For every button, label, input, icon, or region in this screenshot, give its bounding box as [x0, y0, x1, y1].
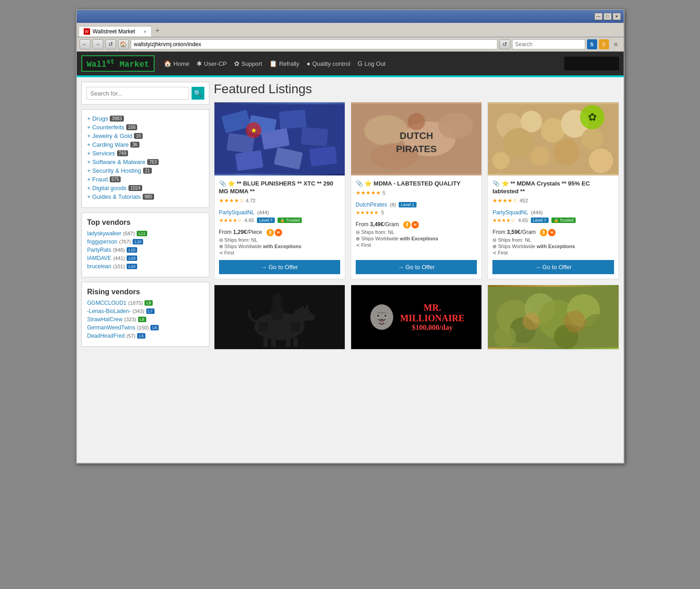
cat-drugs-badge: 3983: [110, 116, 123, 122]
level-badge-3: Level 7: [531, 218, 549, 223]
svg-text:PIRATES: PIRATES: [396, 143, 437, 154]
browser-search-input[interactable]: [512, 39, 585, 49]
svg-rect-39: [271, 339, 276, 347]
vendor-iamdave[interactable]: IAMDAVE (441) L10: [87, 255, 203, 261]
search-input[interactable]: [86, 87, 189, 100]
vendor-ladyskywalker[interactable]: ladyskywalker (587) L11: [87, 230, 203, 237]
go-to-offer-button-1[interactable]: → Go to Offer: [219, 260, 340, 274]
listing-rating-1: ★★★★☆ 4.72: [219, 197, 340, 204]
svg-point-52: [385, 315, 386, 317]
cat-jewelry-badge: 16: [134, 133, 143, 139]
listing-stars-3: ★★★★☆: [492, 197, 518, 204]
listing-title-3: 📎 ⭐ ** MDMA Crystals ** 95% EC labtested…: [492, 180, 614, 196]
refrally-icon: 📋: [269, 60, 277, 67]
svg-rect-45: [273, 294, 281, 299]
vendor-ggmc[interactable]: GGMCCLOUD1 (1875) L8: [87, 300, 203, 306]
stealth-3: ≺ First: [492, 250, 614, 256]
active-tab[interactable]: W Wallstreet Market ×: [79, 26, 152, 37]
window-controls: — □ ✕: [594, 13, 621, 20]
forward-button[interactable]: →: [92, 39, 103, 49]
vendor-reviews-1: (444): [257, 210, 269, 215]
price-2: 3,49€: [370, 221, 384, 228]
cat-security[interactable]: + Security & Hosting 21: [87, 167, 203, 174]
svg-rect-47: [291, 322, 300, 332]
svg-point-19: [407, 113, 425, 130]
svg-point-48: [370, 304, 393, 330]
browser-icon-1[interactable]: S: [587, 39, 597, 49]
star-icon-2: ⭐: [364, 180, 372, 187]
close-button[interactable]: ✕: [613, 13, 621, 20]
url-input[interactable]: [131, 39, 497, 49]
vendor-link-2[interactable]: DutchPirates: [356, 202, 387, 208]
minimize-button[interactable]: —: [594, 13, 603, 20]
vendor-foggyperson[interactable]: foggyperson (767) L10: [87, 239, 203, 245]
cat-software[interactable]: + Software & Malware 763: [87, 159, 203, 165]
go-to-offer-button-3[interactable]: → Go to Offer: [492, 260, 614, 274]
ships-from-2: ⊖ Ships from: NL: [356, 229, 477, 235]
vendor-link-3[interactable]: PartySquadNL: [492, 209, 528, 216]
top-vendors-title: Top vendors: [87, 218, 203, 227]
maximize-button[interactable]: □: [604, 13, 612, 20]
refresh-button[interactable]: ↺: [105, 39, 116, 49]
svg-rect-38: [263, 338, 268, 347]
title-bar: — □ ✕: [77, 10, 624, 23]
vendor-lenas[interactable]: -Lenas-BioLaden- (343) L7: [87, 308, 203, 314]
site-nav: Wallst Market 🏠Home ✱User-CP ✿Support 📋R…: [77, 52, 624, 75]
menu-icon[interactable]: ≡: [611, 39, 621, 49]
nav-home[interactable]: 🏠Home: [164, 60, 189, 67]
vendor-reviews-3: (444): [531, 210, 543, 215]
browser-icon-2[interactable]: S: [599, 39, 609, 49]
vendor-row-1: PartySquadNL (444): [219, 209, 340, 216]
svg-point-35: [306, 313, 315, 321]
new-tab-button[interactable]: +: [152, 25, 163, 37]
cat-carding[interactable]: + Carding Ware 36: [87, 141, 203, 148]
mr-mill-title: MR.: [400, 302, 465, 313]
listing-body-1: 📎 ⭐ ** BLUE PUNISHERS ** XTC ** 290 MG M…: [214, 175, 345, 279]
svg-rect-46: [259, 322, 268, 332]
vendor-brucelean[interactable]: brucelean (101) L10: [87, 263, 203, 270]
cat-counterfeits[interactable]: + Counterfeits 166: [87, 124, 203, 131]
btc-icon-2: ₿: [403, 221, 411, 228]
listing-body-2: 📎 ⭐ MDMA - LABTESTED QUALITY ★★★★★ 5 Dut…: [351, 175, 481, 279]
cat-jewelry[interactable]: + Jewelry & Gold 16: [87, 133, 203, 139]
vendor-strawhat[interactable]: StrawHatCrew (323) L8: [87, 316, 203, 323]
cat-fraud[interactable]: + Fraud 675: [87, 176, 203, 183]
listing-card-3: ✿ 📎 ⭐ ** MDMA Crystals ** 95% EC labtest…: [487, 102, 619, 279]
nav-logout[interactable]: GLog Out: [358, 60, 385, 67]
svg-text:✿: ✿: [588, 111, 597, 123]
listing-title-1: 📎 ⭐ ** BLUE PUNISHERS ** XTC ** 290 MG M…: [219, 180, 340, 196]
home-button[interactable]: 🏠: [118, 39, 129, 49]
nav-quality[interactable]: ●Quality control: [307, 60, 351, 67]
vendor-stars-1: ★★★★☆: [219, 218, 242, 223]
back-button[interactable]: ←: [80, 39, 91, 49]
svg-rect-40: [286, 339, 291, 347]
listing-body-3: 📎 ⭐ ** MDMA Crystals ** 95% EC labtested…: [488, 175, 618, 279]
categories-box: + Drugs 3983 + Counterfeits 166 + Jewelr…: [81, 109, 209, 208]
featured-title: Featured Listings: [214, 82, 619, 96]
nav-usercp[interactable]: ✱User-CP: [197, 60, 227, 67]
price-row-1: From 1,29€/Piece ₿ M: [219, 229, 340, 236]
reload-button[interactable]: ↺: [499, 39, 510, 49]
cat-drugs[interactable]: + Drugs 3983: [87, 115, 203, 122]
svg-text:★: ★: [251, 127, 256, 134]
cat-services[interactable]: + Services 749: [87, 150, 203, 157]
vendor-stars-3: ★★★★☆: [492, 218, 515, 223]
vendor-partyrats[interactable]: PartyRats (948) L10: [87, 247, 203, 253]
nav-support[interactable]: ✿Support: [234, 60, 262, 67]
vendor-deadhead[interactable]: DeadHeadFred (57) L5: [87, 333, 203, 339]
vendor-germanweed[interactable]: GermanWeedTwins (150) L6: [87, 324, 203, 331]
vendor-link-1[interactable]: PartySquadNL: [219, 209, 255, 216]
listing-rating-num-3: 452: [519, 198, 528, 203]
cat-guides-badge: 980: [143, 194, 154, 200]
cat-guides[interactable]: + Guides & Tutorials 980: [87, 193, 203, 200]
svg-rect-7: [235, 150, 263, 171]
go-to-offer-button-2[interactable]: → Go to Offer: [356, 260, 477, 274]
sidebar: 🔍 + Drugs 3983 + Counterfeits 166 + Jewe…: [81, 82, 209, 351]
cat-digital[interactable]: + Digital goods 1024: [87, 185, 203, 191]
listing-img-4: [214, 285, 345, 349]
tab-close-button[interactable]: ×: [144, 29, 146, 34]
nav-refrally[interactable]: 📋Refrally: [269, 60, 299, 67]
ships-to-3: ⊕ Ships Worldwide with Exceptions: [492, 244, 614, 249]
search-button[interactable]: 🔍: [192, 87, 204, 100]
usercp-icon: ✱: [197, 60, 202, 67]
